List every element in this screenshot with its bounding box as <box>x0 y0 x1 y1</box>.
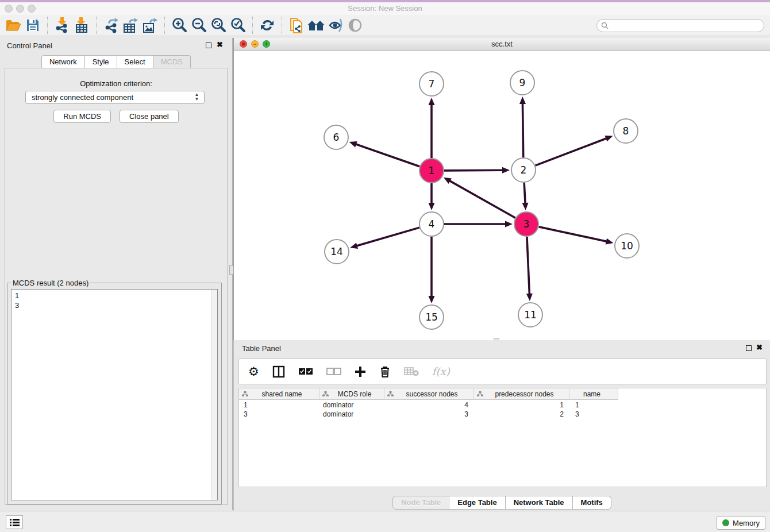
show-column-icon[interactable] <box>272 365 285 378</box>
network-canvas[interactable]: 7968124314101511 <box>234 51 770 340</box>
optimization-criterion-label: Optimization criterion: <box>0 79 232 88</box>
hide-details-icon[interactable] <box>326 16 345 34</box>
export-image-icon[interactable] <box>140 16 160 34</box>
network-view-window: ✕ − + scc.txt 7968124314101511 <box>233 38 770 340</box>
edge-2-8[interactable] <box>536 138 607 165</box>
graph-node-label: 8 <box>623 125 629 137</box>
function-builder-icon[interactable]: f(x) <box>432 365 450 377</box>
tab-network-table[interactable]: Network Table <box>506 496 573 510</box>
graph-node-label: 15 <box>425 311 438 323</box>
status-bar: Memory <box>0 511 770 532</box>
node-table[interactable]: shared nameMCDS rolesuccessor nodesprede… <box>238 388 767 487</box>
edge-3-11[interactable] <box>527 237 529 295</box>
zoom-selected-icon[interactable] <box>228 16 248 34</box>
close-panel-button[interactable]: Close panel <box>120 110 179 123</box>
close-table-panel-icon[interactable]: ✖ <box>756 344 763 352</box>
edge-4-14[interactable] <box>356 228 419 246</box>
tab-edge-table[interactable]: Edge Table <box>449 496 505 510</box>
column-header-predecessor-nodes[interactable]: predecessor nodes <box>474 388 569 400</box>
edge-3-10[interactable] <box>538 227 607 242</box>
home-layout-icon[interactable] <box>306 16 326 34</box>
close-panel-icon[interactable]: ✖ <box>217 41 223 49</box>
run-mcds-button[interactable]: Run MCDS <box>53 110 111 123</box>
edge-2-9[interactable] <box>522 103 523 157</box>
column-header-label: MCDS role <box>329 390 384 398</box>
column-header-label: shared name <box>248 390 319 398</box>
clone-network-icon[interactable] <box>287 16 306 34</box>
open-session-icon[interactable] <box>3 16 23 34</box>
table-cell[interactable]: 1 <box>569 400 618 410</box>
tab-style[interactable]: Style <box>85 55 117 69</box>
table-body: 1dominator4113dominator323 <box>239 400 766 487</box>
save-session-icon[interactable] <box>23 16 43 34</box>
mcds-result-textarea[interactable]: 1 3 <box>11 289 218 500</box>
column-header-successor-nodes[interactable]: successor nodes <box>384 388 474 400</box>
edge-2-3[interactable] <box>524 183 525 204</box>
tab-mcds[interactable]: MCDS <box>153 55 191 69</box>
zoom-fit-icon[interactable] <box>209 16 228 34</box>
edge-arrowhead <box>526 294 533 301</box>
show-details-icon[interactable] <box>345 16 365 34</box>
mcds-result-text: 1 3 <box>11 290 211 500</box>
graph-node-label: 1 <box>429 165 435 176</box>
table-cell[interactable]: 4 <box>384 400 474 410</box>
task-history-button[interactable] <box>6 515 23 529</box>
column-header-name[interactable]: name <box>569 388 618 400</box>
delete-table-icon[interactable] <box>404 367 419 377</box>
table-cell[interactable]: 3 <box>569 410 618 419</box>
table-cell[interactable]: 3 <box>384 410 474 419</box>
table-cell[interactable]: 1 <box>239 400 319 410</box>
search-input[interactable] <box>596 19 764 32</box>
graph-node-label: 9 <box>519 77 526 88</box>
edge-3-1[interactable] <box>449 180 515 218</box>
list-icon <box>10 519 20 526</box>
network-window-title: scc.txt <box>234 40 770 48</box>
tab-motifs[interactable]: Motifs <box>573 496 611 510</box>
edge-1-2[interactable] <box>444 170 503 171</box>
criterion-select[interactable]: strongly connected component ▲▼ <box>25 91 205 104</box>
float-panel-icon[interactable] <box>206 43 211 48</box>
deselect-all-icon[interactable] <box>326 368 341 375</box>
sort-hierarchy-icon <box>477 391 483 397</box>
export-network-icon[interactable] <box>101 16 121 34</box>
memory-label: Memory <box>733 519 760 527</box>
add-column-icon[interactable] <box>355 366 366 377</box>
toolbar-separator <box>47 17 48 34</box>
edge-1-6[interactable] <box>355 144 419 167</box>
column-header-MCDS-role[interactable]: MCDS role <box>319 388 384 400</box>
search-icon <box>601 22 609 29</box>
tab-select[interactable]: Select <box>117 55 153 69</box>
export-table-icon[interactable] <box>121 16 140 34</box>
table-cell[interactable]: dominator <box>319 410 384 419</box>
table-cell[interactable]: 1 <box>474 400 569 410</box>
search-input-field[interactable] <box>609 22 764 30</box>
table-cell[interactable]: dominator <box>319 400 384 410</box>
table-cell[interactable]: 3 <box>239 410 319 419</box>
settings-icon[interactable]: ⚙ <box>248 365 259 377</box>
import-table-icon[interactable] <box>72 16 91 34</box>
column-header-shared-name[interactable]: shared name <box>239 388 319 400</box>
table-cell[interactable]: 2 <box>474 410 569 419</box>
refresh-style-icon[interactable] <box>257 16 277 34</box>
graph-node-label: 3 <box>523 218 530 230</box>
table-row[interactable]: 3dominator323 <box>239 410 766 419</box>
network-window-titlebar[interactable]: ✕ − + scc.txt <box>234 38 770 51</box>
zoom-out-icon[interactable] <box>189 16 209 34</box>
zoom-in-icon[interactable] <box>170 16 189 34</box>
float-table-panel-icon[interactable] <box>746 345 752 351</box>
network-graph[interactable]: 7968124314101511 <box>234 51 770 340</box>
import-network-icon[interactable] <box>52 16 72 34</box>
table-panel-title: Table Panel <box>242 344 281 353</box>
graph-node-label: 6 <box>333 132 340 143</box>
toolbar-separator <box>282 17 282 34</box>
mcds-result-scrollbar[interactable] <box>211 290 217 500</box>
graph-node-label: 10 <box>621 240 633 252</box>
table-row[interactable]: 1dominator411 <box>239 400 766 410</box>
application-window: Session: New Session <box>0 0 770 532</box>
select-all-icon[interactable] <box>298 368 313 375</box>
memory-button[interactable]: Memory <box>717 516 765 530</box>
delete-column-icon[interactable] <box>379 365 391 378</box>
column-header-label: successor nodes <box>394 390 473 398</box>
tab-node-table[interactable]: Node Table <box>392 496 449 510</box>
tab-network[interactable]: Network <box>41 55 85 69</box>
